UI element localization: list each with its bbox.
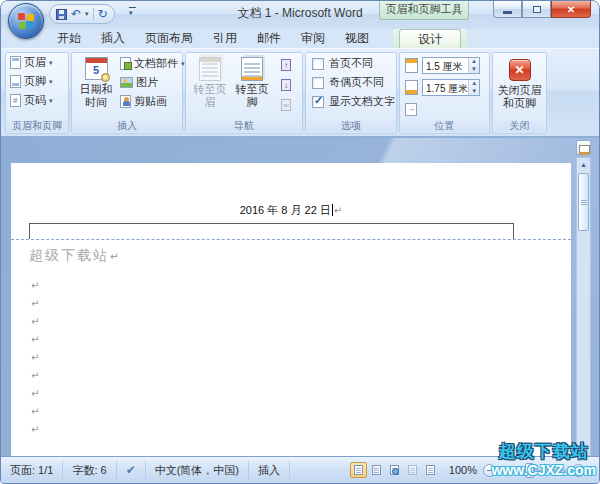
scrollbar-thumb[interactable] (578, 173, 589, 231)
word-count[interactable]: 字数: 6 (63, 461, 116, 479)
different-odd-even-option[interactable]: 奇偶页不同 (306, 72, 396, 91)
page-indicator[interactable]: 页面: 1/1 (1, 461, 63, 479)
qat-separator (93, 8, 94, 20)
document-area: 2016 年 8 月 22 日↵ 超级下载站↵ ↵ ↵ ↵ ↵ ↵ ↵ ↵ ↵ … (1, 138, 599, 456)
body-first-line[interactable]: 超级下载站↵ (29, 247, 120, 265)
goto-header-icon (199, 57, 221, 81)
undo-dropdown-icon[interactable]: ▾ (85, 10, 89, 18)
scrollbar-track[interactable]: ▲ ▼ (576, 157, 591, 456)
paragraph-mark: ↵ (31, 280, 39, 298)
checkbox-icon[interactable] (312, 58, 324, 70)
outline-view-button[interactable] (404, 462, 421, 478)
group-header-footer: 页眉 ▾ 页脚 ▾ 页码 ▾ 页眉和页脚 (5, 52, 69, 134)
zoom-slider-track[interactable] (501, 469, 567, 472)
print-layout-icon (354, 465, 363, 475)
zoom-slider-thumb[interactable] (525, 463, 534, 478)
close-red-x-icon: ✕ (509, 59, 531, 81)
paragraph-mark: ↵ (31, 370, 39, 388)
date-time-button[interactable]: 5 日期和 时间 (76, 55, 116, 109)
header-position-icon (405, 58, 418, 73)
insert-mode-indicator[interactable]: 插入 (249, 461, 290, 479)
checkbox-icon[interactable] (312, 77, 324, 89)
footer-button[interactable]: 页脚 ▾ (6, 72, 68, 91)
link-to-previous-icon: ∞ (281, 99, 291, 111)
clipart-icon (120, 95, 131, 108)
close-button[interactable]: ✕ (551, 1, 591, 18)
footer-from-bottom-row: 1.75 厘米 ▲▼ (400, 75, 489, 97)
tab-view[interactable]: 视图 (335, 29, 379, 48)
redo-icon[interactable]: ↻ (98, 8, 108, 20)
footer-from-bottom-spinner[interactable]: 1.75 厘米 ▲▼ (422, 79, 480, 96)
proofing-status-icon[interactable]: ✔ (117, 461, 146, 479)
title-bar: ↶ ▾ ↻ ▾ 文档 1 - Microsoft Word 页眉和页脚工具 ✕ (1, 1, 599, 29)
save-icon[interactable] (56, 9, 67, 20)
view-ruler-toggle-button[interactable] (576, 140, 591, 155)
group-label: 页眉和页脚 (7, 119, 67, 132)
picture-button[interactable]: 图片 (116, 73, 189, 92)
scroll-down-icon[interactable]: ▼ (577, 441, 590, 454)
quick-parts-button[interactable]: 文档部件 ▾ (116, 54, 189, 73)
draft-view-button[interactable] (422, 462, 439, 478)
checkbox-icon[interactable] (312, 96, 324, 108)
spinner-arrows[interactable]: ▲▼ (468, 58, 479, 73)
previous-section-button[interactable]: ↑ (276, 56, 296, 74)
insert-alignment-tab-button[interactable] (400, 97, 489, 119)
outline-view-icon (408, 465, 417, 475)
page-number-icon (10, 94, 21, 107)
alignment-tab-icon (405, 103, 417, 116)
print-layout-view-button[interactable] (350, 462, 367, 478)
chevron-down-icon: ▾ (49, 78, 53, 86)
close-header-footer-button[interactable]: ✕ 关闭页眉 和页脚 (496, 55, 543, 110)
clipart-button[interactable]: 剪贴画 (116, 92, 189, 111)
header-border-line (29, 223, 513, 224)
show-document-text-option[interactable]: 显示文档文字 (306, 91, 396, 110)
restore-button[interactable] (522, 1, 551, 18)
paragraph-mark: ↵ (31, 316, 39, 334)
header-icon (10, 56, 21, 69)
zoom-level[interactable]: 100% (443, 464, 483, 476)
tab-design-active[interactable]: 设计 (399, 29, 461, 48)
contextual-tool-header: 页眉和页脚工具 (379, 1, 469, 20)
restore-icon (533, 6, 541, 13)
goto-header-button[interactable]: 转至页眉 (189, 55, 231, 109)
page[interactable]: 2016 年 8 月 22 日↵ 超级下载站↵ ↵ ↵ ↵ ↵ ↵ ↵ ↵ ↵ … (11, 163, 571, 456)
tab-page-layout[interactable]: 页面布局 (135, 29, 203, 48)
tab-mailings[interactable]: 邮件 (247, 29, 291, 48)
footer-position-icon (405, 80, 418, 95)
next-section-button[interactable]: ↓ (276, 76, 296, 94)
group-label: 关闭 (494, 119, 545, 132)
chevron-down-icon: ▾ (49, 97, 53, 105)
text-cursor (332, 204, 333, 216)
scroll-up-icon[interactable]: ▲ (577, 158, 590, 171)
spinner-arrows[interactable]: ▲▼ (468, 80, 479, 95)
different-first-page-option[interactable]: 首页不同 (306, 53, 396, 72)
tab-references[interactable]: 引用 (203, 29, 247, 48)
zoom-out-button[interactable]: − (483, 464, 496, 477)
goto-footer-icon (241, 57, 263, 81)
tab-review[interactable]: 审阅 (291, 29, 335, 48)
language-indicator[interactable]: 中文(简体，中国) (146, 461, 249, 479)
header-boundary-dashed-line (11, 239, 571, 240)
group-options: 首页不同 奇偶页不同 显示文档文字 选项 (305, 52, 397, 134)
minimize-button[interactable] (493, 1, 522, 18)
header-from-top-spinner[interactable]: 1.5 厘米 ▲▼ (422, 57, 480, 74)
paragraph-mark: ↵ (31, 334, 39, 352)
page-number-button[interactable]: 页码 ▾ (6, 91, 68, 110)
paragraph-mark: ↵ (31, 406, 39, 424)
office-logo-icon (18, 13, 34, 29)
header-date-text[interactable]: 2016 年 8 月 22 日↵ (11, 203, 571, 218)
undo-icon[interactable]: ↶ (71, 8, 81, 20)
zoom-in-button[interactable]: + (572, 464, 585, 477)
header-button[interactable]: 页眉 ▾ (6, 53, 68, 72)
customize-qat-icon[interactable]: ▾ (129, 7, 136, 17)
office-button[interactable] (8, 3, 44, 39)
tab-home[interactable]: 开始 (47, 29, 91, 48)
group-label: 导航 (187, 119, 301, 132)
link-to-previous-button[interactable]: ∞ (276, 96, 296, 114)
next-section-icon: ↓ (281, 79, 291, 91)
fullscreen-reading-view-button[interactable] (368, 462, 385, 478)
goto-footer-button[interactable]: 转至页脚 (231, 55, 273, 109)
web-layout-view-button[interactable] (386, 462, 403, 478)
clock-icon (101, 73, 110, 82)
tab-insert[interactable]: 插入 (91, 29, 135, 48)
